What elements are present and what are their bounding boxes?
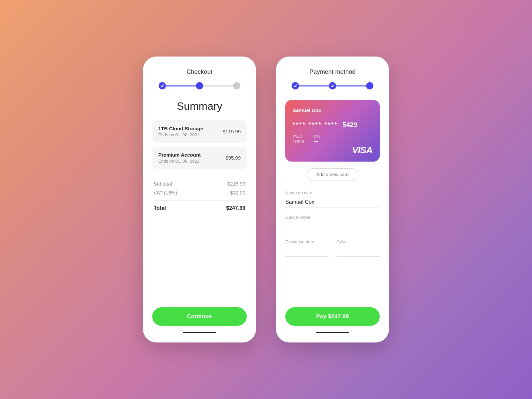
check-icon-2 xyxy=(331,84,334,88)
subtotal-label: Subtotal xyxy=(154,181,172,187)
totals-divider xyxy=(154,200,245,200)
summary-title: Summary xyxy=(152,100,247,112)
vat-value: $32.00 xyxy=(230,190,245,196)
checkout-progress xyxy=(152,82,247,89)
pay-step2-dot xyxy=(329,82,336,89)
name-on-card-label: Name on card xyxy=(285,190,380,195)
pay-step1-dot xyxy=(292,82,299,89)
card-number-label: Card number xyxy=(285,215,380,220)
step2-dot xyxy=(196,82,203,89)
valid-value: 10/25 xyxy=(293,139,304,144)
pay-step1-line xyxy=(299,85,329,86)
item2-name: Premium Account xyxy=(158,152,201,158)
vat-row: VAT (15%) $32.00 xyxy=(154,190,245,196)
continue-button[interactable]: Continue xyxy=(152,307,247,326)
total-label: Total xyxy=(154,205,166,211)
card-holder: Samuel Cox xyxy=(293,107,372,113)
subtotal-row: Subtotal $215.99 xyxy=(154,181,245,187)
subtotal-value: $215.99 xyxy=(227,181,245,187)
payment-panel: Payment method Samuel Cox **** **** ****… xyxy=(276,57,389,342)
name-on-card-group: Name on card xyxy=(285,190,380,207)
totals-section: Subtotal $215.99 VAT (15%) $32.00 Total … xyxy=(152,181,247,211)
total-row: Total $247.99 xyxy=(154,205,245,211)
order-item-1: 1TB Cloud Storage Ends on 01. 08. 2021 $… xyxy=(152,120,247,143)
expiry-input[interactable] xyxy=(285,246,329,257)
check-icon-1 xyxy=(293,84,297,88)
expiry-cvv-row: Expiration date CVV xyxy=(285,239,380,264)
pay-step3-dot xyxy=(366,82,373,89)
checkout-panel: Checkout Summary 1TB Cloud Storage Ends … xyxy=(143,57,256,342)
card-number-group: Card number xyxy=(285,215,380,232)
pay-step2-line xyxy=(336,85,366,86)
home-indicator-2 xyxy=(316,332,349,333)
cvv-input[interactable] xyxy=(336,246,380,257)
step2-line xyxy=(203,85,233,86)
action-area: Continue xyxy=(152,298,247,326)
card-number-row: **** **** **** 5429 xyxy=(293,121,372,129)
cvv-group: CVV xyxy=(336,239,380,257)
card-dots: **** **** **** xyxy=(293,121,338,128)
cvv-value: ••• xyxy=(314,139,321,144)
step1-dot xyxy=(159,82,166,89)
payment-progress xyxy=(285,82,380,89)
item2-date: Ends on 01. 08. 2021 xyxy=(158,159,201,164)
checkout-title: Checkout xyxy=(152,68,247,75)
card-brand: VISA xyxy=(352,145,372,156)
name-on-card-input[interactable] xyxy=(285,197,380,207)
check-icon xyxy=(160,84,164,88)
step3-dot xyxy=(233,82,240,89)
card-meta: VALID 10/25 CVV ••• xyxy=(293,135,372,144)
card-number-input[interactable] xyxy=(285,222,380,232)
expiry-label: Expiration date xyxy=(285,239,329,244)
vat-label: VAT (15%) xyxy=(154,190,177,196)
item1-price: $119.99 xyxy=(223,129,241,134)
step1-line xyxy=(166,85,196,86)
pay-button[interactable]: Pay $247.99 xyxy=(285,307,380,326)
payment-title: Payment method xyxy=(285,68,380,75)
pay-action-area: Pay $247.99 xyxy=(285,298,380,326)
expiry-group: Expiration date xyxy=(285,239,329,257)
order-item-2: Premium Account Ends on 01. 08. 2021 $95… xyxy=(152,147,247,169)
total-value: $247.99 xyxy=(226,205,245,211)
cvv-form-label: CVV xyxy=(336,239,380,244)
card-last4: 5429 xyxy=(342,121,357,129)
credit-card: Samuel Cox **** **** **** 5429 VALID 10/… xyxy=(285,100,380,162)
item2-price: $95.99 xyxy=(225,155,241,161)
cvv-label-card: CVV xyxy=(314,135,321,138)
home-indicator xyxy=(183,332,216,333)
item1-date: Ends on 01. 08. 2021 xyxy=(158,132,203,137)
add-card-button[interactable]: Add a new card xyxy=(307,168,358,181)
item1-name: 1TB Cloud Storage xyxy=(158,126,203,131)
valid-label: VALID xyxy=(293,135,304,138)
